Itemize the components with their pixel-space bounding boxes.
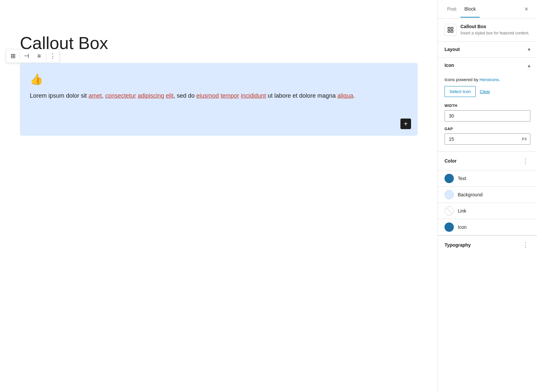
width-label: WIDTH [445,104,530,108]
clear-icon-button[interactable]: Clear [478,86,491,97]
gap-field: GAP PX [445,127,530,145]
callout-link-tempor[interactable]: tempor [220,92,239,99]
layout-section-label: Layout [445,47,460,52]
typography-options-button[interactable]: ⋮ [521,240,530,250]
width-field: WIDTH [445,104,530,127]
select-icon-button[interactable]: Select Icon [445,86,476,97]
gap-input-wrapper: PX [445,133,530,145]
plugin-title: Callout Box [460,24,529,29]
three-dots-icon: ⋮ [522,157,529,165]
svg-rect-2 [451,30,453,32]
toolbar-block-type-button[interactable]: ⊞ [7,50,19,62]
tab-post[interactable]: Post [443,1,460,18]
plus-icon: + [404,120,408,128]
callout-thumbs-up-icon: 👍 [30,73,408,85]
icon-color-swatch [445,222,454,232]
callout-link-aliqua[interactable]: aliqua [337,92,353,99]
callout-link-elit[interactable]: elit [166,92,173,99]
gap-input[interactable] [445,133,530,145]
text-color-label: Text [458,176,466,181]
toolbar-align-left-button[interactable]: ⊣ [21,50,32,62]
background-color-label: Background [458,192,483,197]
svg-rect-0 [448,27,450,29]
color-section-label: Color [445,158,457,164]
callout-link-adipiscing[interactable]: adipiscing [138,92,164,99]
more-options-icon: ⋮ [50,52,56,60]
callout-text[interactable]: Lorem ipsum dolor sit amet, consectetur … [30,91,408,101]
typography-label: Typography [445,242,471,248]
color-item-link[interactable]: Link [438,203,537,219]
page-title: Callout Box [20,33,418,53]
sidebar-tabs: Post Block × [438,0,537,19]
gap-label: GAP [445,127,530,131]
icon-section: Icon Icons powered by Heroicons. Select … [438,58,537,152]
width-input[interactable] [445,110,530,122]
block-type-icon: ⊞ [11,52,16,60]
callout-add-button[interactable]: + [400,119,411,129]
color-options-button[interactable]: ⋮ [521,156,530,166]
layout-chevron-icon [528,46,530,53]
icon-section-content: Icons powered by Heroicons. Select Icon … [438,73,537,151]
icon-chevron-icon [528,62,530,69]
color-item-icon[interactable]: Icon [438,219,537,235]
typography-three-dots-icon: ⋮ [522,241,529,249]
typography-section[interactable]: Typography ⋮ [438,235,537,254]
background-color-swatch [445,190,454,199]
icon-buttons-group: Select Icon Clear [445,86,530,97]
callout-link-consectetur[interactable]: consectetur [105,92,136,99]
gap-unit: PX [522,137,527,141]
icon-section-toggle[interactable]: Icon [438,58,537,73]
toolbar-divider [20,52,20,60]
icon-powered-by-text: Icons powered by Heroicons. [445,77,530,82]
main-content: ⊞ ⊣ ≡ ⋮ Callout Box 👍 Lorem ipsum dolor … [0,0,438,392]
plugin-description: Insert a styled box for featured content… [460,30,529,36]
svg-rect-3 [448,30,450,32]
sidebar: Post Block × Callout Box Insert a styled… [438,0,537,392]
plugin-header: Callout Box Insert a styled box for feat… [438,19,537,42]
link-color-label: Link [458,208,466,214]
align-left-icon: ⊣ [24,52,29,60]
sidebar-close-button[interactable]: × [521,4,532,15]
plugin-info: Callout Box Insert a styled box for feat… [460,24,529,36]
align-center-icon: ≡ [37,53,41,60]
callout-box: 👍 Lorem ipsum dolor sit amet, consectetu… [20,63,418,136]
callout-link-amet[interactable]: amet [89,92,102,99]
color-section-header: Color ⋮ [438,152,537,170]
toolbar-divider-2 [46,52,46,60]
layout-section: Layout [438,42,537,58]
link-color-swatch [445,206,454,216]
callout-link-eiusmod[interactable]: eiusmod [196,92,219,99]
icon-color-label: Icon [458,224,466,230]
color-item-text[interactable]: Text [438,170,537,186]
svg-rect-1 [451,27,453,29]
color-section: Color ⋮ Text Background Link Icon [438,152,537,235]
callout-link-incididunt[interactable]: incididunt [241,92,266,99]
toolbar-align-center-button[interactable]: ≡ [33,50,45,62]
block-toolbar: ⊞ ⊣ ≡ ⋮ [6,49,60,63]
toolbar-more-options-button[interactable]: ⋮ [47,50,59,62]
heroicons-link[interactable]: Heroicons [480,77,499,82]
tab-block[interactable]: Block [460,1,480,18]
color-item-background[interactable]: Background [438,186,537,203]
icon-section-label: Icon [445,63,454,68]
layout-section-toggle[interactable]: Layout [438,42,537,57]
text-color-swatch [445,174,454,183]
plugin-icon [445,24,456,36]
